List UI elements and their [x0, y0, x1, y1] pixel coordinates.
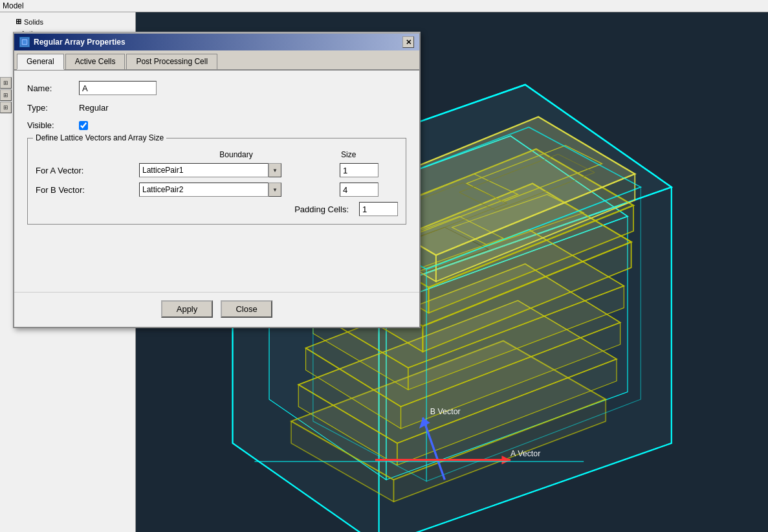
tab-post-processing[interactable]: Post Processing Cell — [126, 54, 217, 70]
lattice-group: Define Lattice Vectors and Array Size Bo… — [27, 138, 406, 225]
size-header: Size — [333, 150, 398, 159]
boundary-header: Boundary — [139, 150, 333, 159]
name-input[interactable] — [79, 81, 157, 95]
vector-a-label: For A Vector: — [36, 166, 139, 175]
model-menu[interactable]: Model — [3, 1, 24, 10]
name-row: Name: — [27, 81, 406, 95]
padding-label: Padding Cells: — [294, 205, 349, 214]
padding-cells-input[interactable] — [359, 202, 398, 216]
vector-a-dropdown-arrow[interactable]: ▼ — [269, 163, 281, 177]
vector-b-dropdown-arrow[interactable]: ▼ — [269, 183, 281, 197]
vector-b-size-input[interactable] — [340, 183, 379, 197]
dialog-close-button[interactable]: ✕ — [402, 36, 414, 48]
padding-row: Padding Cells: — [36, 202, 398, 216]
menu-bar: Model — [0, 0, 768, 12]
group-title: Define Lattice Vectors and Array Size — [33, 133, 166, 142]
solids-tree-item[interactable]: Solids — [24, 18, 43, 26]
modal-titlebar: Regular Array Properties ✕ — [14, 34, 419, 50]
column-headers: Boundary Size — [36, 150, 398, 159]
visible-label: Visible: — [27, 120, 79, 130]
tree-expand-icon: ⊞ — [16, 17, 21, 26]
type-value: Regular — [79, 103, 109, 113]
spacer — [27, 230, 406, 282]
type-label: Type: — [27, 103, 79, 113]
vector-a-row: For A Vector: LatticePair1 LatticePair2 … — [36, 163, 398, 177]
svg-rect-47 — [23, 40, 27, 44]
visible-row: Visible: — [27, 120, 406, 130]
type-row: Type: Regular — [27, 103, 406, 113]
vector-b-row: For B Vector: LatticePair1 LatticePair2 … — [36, 183, 398, 197]
dialog-title: Regular Array Properties — [34, 38, 126, 47]
dialog-content: Name: Type: Regular Visible: Define Latt… — [14, 71, 419, 292]
dialog-icon — [19, 37, 30, 47]
vector-b-select-wrapper: LatticePair1 LatticePair2 ▼ — [139, 183, 281, 197]
main-area: ⊞ Solids Active ⊞ ⊞ ⊞ Co Pla Lis — [0, 12, 768, 532]
vector-a-select-wrapper: LatticePair1 LatticePair2 ▼ — [139, 163, 281, 177]
visible-checkbox[interactable] — [79, 121, 88, 130]
a-vector-label: A Vector — [510, 449, 540, 458]
apply-button[interactable]: Apply — [161, 300, 213, 318]
dialog-buttons: Apply Close — [14, 292, 419, 327]
tab-general[interactable]: General — [17, 54, 64, 70]
b-vector-label: B Vector — [430, 407, 461, 416]
icon-btn-1[interactable]: ⊞ — [0, 77, 12, 89]
left-icon-panel: ⊞ ⊞ ⊞ — [0, 77, 12, 113]
tab-bar: General Active Cells Post Processing Cel… — [14, 50, 419, 71]
name-label: Name: — [27, 83, 79, 93]
modal-title-area: Regular Array Properties — [19, 37, 126, 47]
vector-b-label: For B Vector: — [36, 185, 139, 195]
vector-b-select[interactable]: LatticePair1 LatticePair2 — [139, 183, 269, 197]
icon-btn-3[interactable]: ⊞ — [0, 102, 12, 113]
vector-a-size-input[interactable] — [340, 163, 379, 177]
group-content: Boundary Size For A Vector: LatticePair1… — [36, 150, 398, 216]
tab-active-cells[interactable]: Active Cells — [65, 54, 126, 70]
modal-dialog: Regular Array Properties ✕ General Activ… — [13, 32, 421, 328]
vector-a-select[interactable]: LatticePair1 LatticePair2 — [139, 163, 269, 177]
close-button[interactable]: Close — [221, 300, 272, 318]
icon-btn-2[interactable]: ⊞ — [0, 89, 12, 101]
